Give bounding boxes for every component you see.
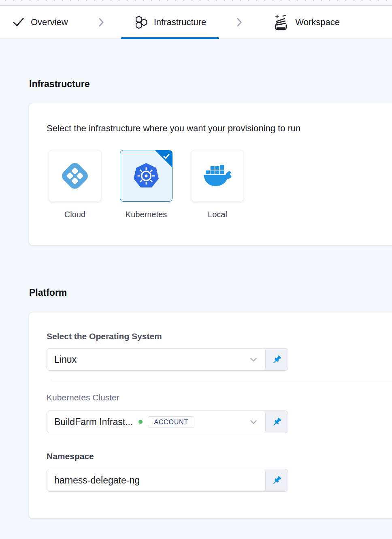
os-field-label: Select the Operating System [47,331,392,342]
cluster-select[interactable]: BuildFarm Infrast... ACCOUNT [47,411,266,433]
chevron-down-icon [248,417,259,427]
kubernetes-icon [132,161,161,190]
os-select-value: Linux [54,354,77,365]
cluster-field-label: Kubernetes Cluster [47,392,392,403]
infrastructure-card: Select the infrastructure where you want… [29,103,392,245]
infrastructure-section-heading: Infrastructure [29,78,392,90]
tab-workspace[interactable]: Workspace [273,6,340,38]
stack-icon [273,14,289,30]
cluster-pin-button[interactable] [266,411,288,433]
tile-label-local: Local [208,210,227,219]
namespace-input[interactable] [54,475,259,486]
os-select[interactable]: Linux [47,349,266,370]
tile-label-cloud: Cloud [64,210,85,219]
build-stage-setup: Infrastructure Select the infrastructure… [0,78,392,518]
tab-label: Overview [31,17,68,28]
chevron-down-icon [248,354,259,365]
tile-label-kubernetes: Kubernetes [126,210,167,219]
harness-cloud-icon [59,160,91,192]
check-icon [12,16,25,28]
platform-section-heading: Platform [29,287,392,299]
namespace-pin-button[interactable] [266,469,288,491]
option-kubernetes: Kubernetes [120,150,173,219]
cluster-field-group: BuildFarm Infrast... ACCOUNT [47,411,288,433]
section-divider [49,382,392,382]
cluster-select-value: BuildFarm Infrast... [54,417,133,428]
local-tile[interactable] [191,150,244,202]
pipeline-canvas-strip [0,0,392,6]
chevron-right-icon [96,15,106,30]
connector-status-dot [138,420,143,424]
platform-card: Select the Operating System Linux [29,312,392,518]
os-field-group: Linux [47,348,288,371]
hexagons-icon [134,15,148,29]
cloud-tile[interactable] [49,150,101,202]
namespace-field-group [47,469,288,492]
tab-label: Infrastructure [154,17,207,28]
chevron-right-icon [234,15,244,30]
kubernetes-tile[interactable] [120,150,173,202]
namespace-field-label: Namespace [47,451,392,462]
namespace-input-wrap [47,469,266,491]
docker-icon [202,165,232,187]
wizard-tab-bar: Overview Infrastructure [0,6,392,39]
os-pin-button[interactable] [266,349,288,370]
tab-infrastructure[interactable]: Infrastructure [134,6,207,38]
tab-label: Workspace [295,17,340,28]
scope-badge: ACCOUNT [148,416,194,428]
selected-check-icon [162,152,171,161]
option-cloud: Cloud [49,150,101,219]
infrastructure-options: Cloud [49,150,392,219]
infrastructure-prompt: Select the infrastructure where you want… [47,123,392,134]
option-local: Local [191,150,244,219]
tab-overview[interactable]: Overview [12,6,68,38]
